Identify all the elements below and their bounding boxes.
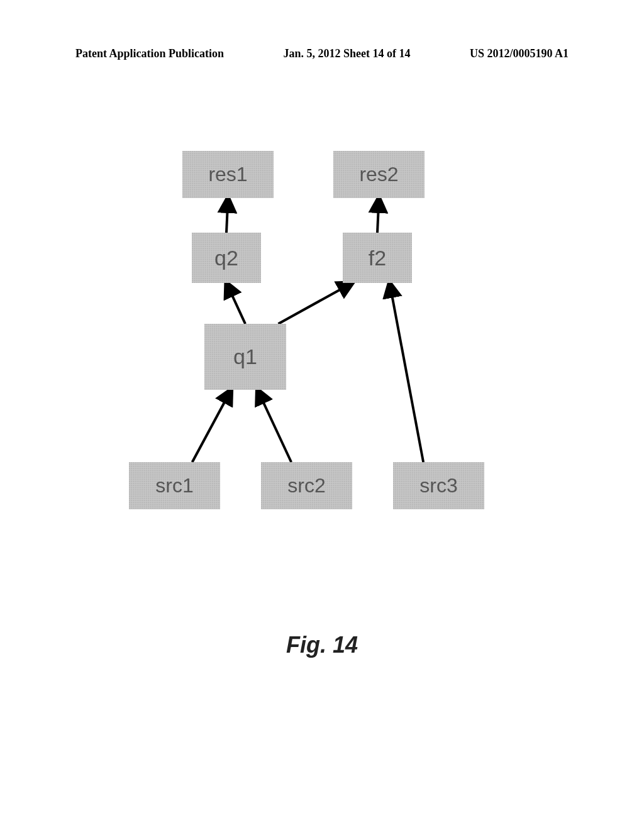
node-res1: res1	[182, 151, 274, 198]
figure-label: Fig. 14	[0, 632, 644, 658]
svg-line-7	[390, 283, 424, 462]
node-src1: src1	[129, 462, 220, 509]
header-center: Jan. 5, 2012 Sheet 14 of 14	[284, 47, 411, 60]
node-label: src2	[287, 474, 325, 497]
page-header: Patent Application Publication Jan. 5, 2…	[0, 47, 644, 60]
svg-line-2	[377, 198, 379, 233]
node-src2: src2	[261, 462, 352, 509]
svg-line-4	[279, 283, 353, 324]
node-label: res1	[208, 163, 247, 186]
arrows-layer	[0, 126, 644, 629]
node-f2: f2	[343, 233, 412, 283]
svg-line-6	[258, 390, 292, 462]
diagram-container: res1 res2 q2 f2 q1 src1 src2 src3	[0, 126, 644, 629]
node-q1: q1	[204, 324, 286, 390]
node-label: src3	[419, 474, 457, 497]
svg-line-3	[226, 283, 245, 324]
node-src3: src3	[393, 462, 484, 509]
node-res2: res2	[333, 151, 425, 198]
node-label: res2	[359, 163, 398, 186]
header-left: Patent Application Publication	[75, 47, 224, 60]
node-label: q2	[214, 246, 238, 270]
node-q2: q2	[192, 233, 261, 283]
node-label: src1	[155, 474, 193, 497]
node-label: q1	[233, 345, 257, 369]
header-right: US 2012/0005190 A1	[470, 47, 569, 60]
node-label: f2	[369, 246, 386, 270]
svg-line-1	[226, 198, 228, 233]
svg-line-5	[192, 390, 231, 462]
